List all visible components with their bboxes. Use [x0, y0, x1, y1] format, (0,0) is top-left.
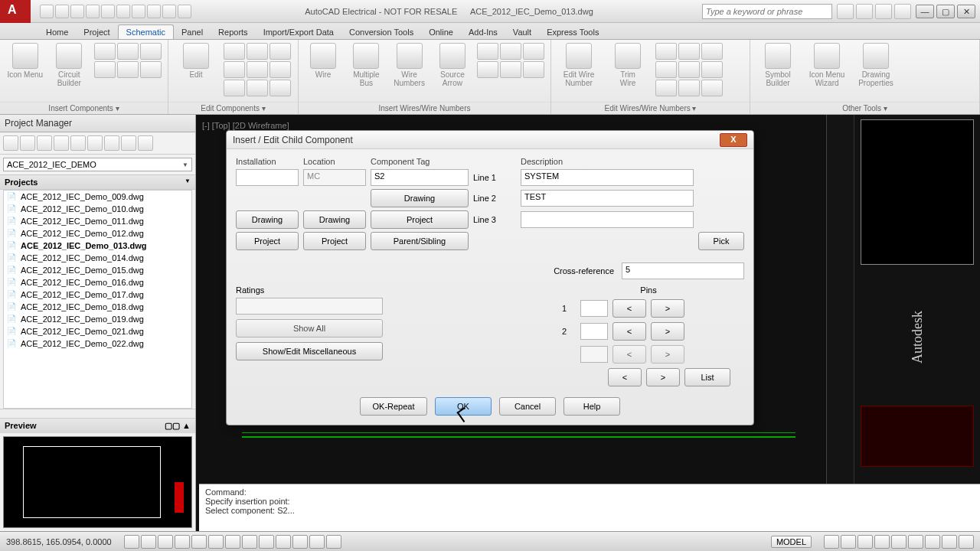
scrollbar-h[interactable] [0, 409, 195, 418]
mini-btn[interactable] [117, 43, 139, 60]
qat-undo-icon[interactable] [101, 5, 115, 18]
qat-saveas-icon[interactable] [86, 5, 100, 18]
status-toggle[interactable] [858, 535, 873, 549]
pins-next-button[interactable]: > [646, 368, 680, 386]
navbar-right[interactable] [826, 115, 854, 531]
preview-header[interactable]: Preview▢▢ ▲ [0, 418, 195, 433]
restore-button[interactable]: ▢ [936, 5, 955, 18]
pin-1-input[interactable] [580, 300, 608, 317]
show-all-button[interactable]: Show All [236, 319, 383, 337]
drawing-file-item[interactable]: ACE_2012_IEC_Demo_021.dwg [4, 325, 191, 337]
cancel-button[interactable]: Cancel [499, 397, 556, 416]
command-line[interactable]: Command: Specify insertion point: Select… [199, 484, 980, 531]
tab-conversion[interactable]: Conversion Tools [341, 25, 421, 39]
wire-numbers-button[interactable]: Wire Numbers [391, 43, 428, 87]
pm-tool-icon[interactable] [104, 135, 119, 151]
pm-tool-icon[interactable] [54, 135, 69, 151]
search-input[interactable] [702, 4, 832, 19]
inst-drawing-button[interactable]: Drawing [236, 210, 299, 229]
pins-list-button[interactable]: List [684, 368, 730, 386]
line2-input[interactable]: TEST [521, 190, 694, 207]
status-toggle[interactable] [225, 535, 240, 549]
panel-label[interactable]: Insert Wires/Wire Numbers [299, 102, 550, 114]
tab-home[interactable]: Home [38, 25, 76, 39]
search-icon[interactable] [837, 4, 854, 19]
mini-btn[interactable] [678, 80, 700, 96]
mini-btn[interactable] [477, 61, 498, 78]
drawing-list[interactable]: ACE_2012_IEC_Demo_009.dwgACE_2012_IEC_De… [3, 190, 192, 409]
drawing-file-item[interactable]: ACE_2012_IEC_Demo_009.dwg [4, 191, 191, 203]
drawing-file-item[interactable]: ACE_2012_IEC_Demo_017.dwg [4, 289, 191, 301]
mini-btn[interactable] [140, 43, 162, 60]
mini-btn[interactable] [678, 43, 700, 60]
mini-btn[interactable] [678, 61, 700, 78]
qat-refresh-icon[interactable] [178, 5, 191, 18]
mini-btn[interactable] [140, 61, 162, 78]
pm-tool-icon[interactable] [20, 135, 35, 151]
mini-btn[interactable] [701, 80, 723, 96]
status-toggle[interactable] [124, 535, 139, 549]
tab-project[interactable]: Project [76, 25, 117, 39]
mini-btn[interactable] [224, 43, 245, 60]
installation-input[interactable] [236, 169, 299, 186]
ok-repeat-button[interactable]: OK-Repeat [360, 397, 427, 416]
circuit-builder-button[interactable]: Circuit Builder [51, 43, 89, 87]
help-button[interactable]: Help [564, 397, 620, 416]
mini-btn[interactable] [523, 43, 544, 60]
drawing-file-item[interactable]: ACE_2012_IEC_Demo_022.dwg [4, 337, 191, 350]
tab-reports[interactable]: Reports [211, 25, 256, 39]
loc-project-button[interactable]: Project [303, 232, 366, 250]
qat-next-icon[interactable] [162, 5, 176, 18]
status-toggle[interactable] [158, 535, 173, 549]
location-input[interactable]: MC [303, 169, 366, 186]
mini-btn[interactable] [500, 61, 521, 78]
mini-btn[interactable] [270, 61, 291, 78]
inst-project-button[interactable]: Project [236, 232, 299, 250]
qat-new-icon[interactable] [40, 5, 54, 18]
pin-2-input[interactable] [580, 323, 608, 340]
pm-tool-icon[interactable] [121, 135, 136, 151]
panel-label[interactable]: Edit Wires/Wire Numbers ▾ [551, 102, 750, 114]
line3-input[interactable] [521, 211, 694, 228]
pin-1-prev-button[interactable]: < [612, 299, 646, 318]
status-toggle[interactable] [925, 535, 940, 549]
tab-addins[interactable]: Add-Ins [461, 25, 505, 39]
drawing-file-item[interactable]: ACE_2012_IEC_Demo_011.dwg [4, 215, 191, 227]
help-icon[interactable] [894, 4, 911, 19]
status-toggle[interactable] [191, 535, 207, 549]
edit-wire-number-button[interactable]: Edit Wire Number [557, 43, 600, 87]
minimize-button[interactable]: — [916, 5, 934, 18]
loc-drawing-button[interactable]: Drawing [303, 210, 366, 229]
drawing-file-item[interactable]: ACE_2012_IEC_Demo_016.dwg [4, 276, 191, 289]
mini-btn[interactable] [247, 80, 268, 96]
dialog-titlebar[interactable]: Insert / Edit Child Component X [227, 131, 753, 149]
pin-3-input[interactable] [580, 346, 608, 363]
drawing-file-item[interactable]: ACE_2012_IEC_Demo_018.dwg [4, 301, 191, 313]
mini-btn[interactable] [701, 61, 723, 78]
pin-2-prev-button[interactable]: < [612, 322, 646, 341]
tab-vault[interactable]: Vault [505, 25, 539, 39]
ratings-input[interactable] [236, 298, 383, 315]
pm-tool-icon[interactable] [87, 135, 103, 151]
line1-input[interactable]: SYSTEM [521, 169, 694, 186]
pin-2-next-button[interactable]: > [651, 322, 684, 341]
status-toggle[interactable] [326, 535, 341, 549]
status-toggle[interactable] [908, 535, 923, 549]
status-toggle[interactable] [891, 535, 906, 549]
pm-tool-icon[interactable] [37, 135, 52, 151]
status-toggle[interactable] [874, 535, 890, 549]
drawing-file-item[interactable]: ACE_2012_IEC_Demo_010.dwg [4, 203, 191, 215]
status-toggle[interactable] [292, 535, 308, 549]
mini-btn[interactable] [500, 43, 521, 60]
symbol-builder-button[interactable]: Symbol Builder [756, 43, 799, 87]
status-toggle[interactable] [841, 535, 856, 549]
mini-btn[interactable] [477, 43, 498, 60]
status-toggle[interactable] [141, 535, 156, 549]
pin-1-next-button[interactable]: > [651, 299, 684, 318]
close-button[interactable]: ✕ [957, 5, 975, 18]
tab-panel[interactable]: Panel [174, 25, 211, 39]
mini-btn[interactable] [247, 43, 268, 60]
mini-btn[interactable] [117, 61, 139, 78]
qat-prev-icon[interactable] [147, 5, 161, 18]
mini-btn[interactable] [270, 43, 291, 60]
